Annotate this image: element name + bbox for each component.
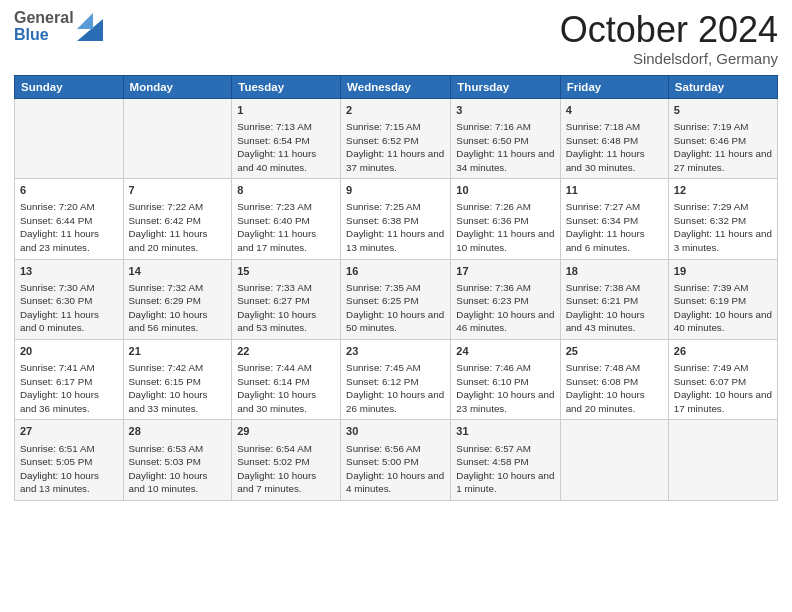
- location: Sindelsdorf, Germany: [560, 50, 778, 67]
- day-number: 21: [129, 344, 227, 359]
- calendar-cell: 19Sunrise: 7:39 AM Sunset: 6:19 PM Dayli…: [668, 259, 777, 339]
- day-number: 10: [456, 183, 554, 198]
- calendar-cell: 14Sunrise: 7:32 AM Sunset: 6:29 PM Dayli…: [123, 259, 232, 339]
- day-number: 1: [237, 103, 335, 118]
- calendar-cell: 4Sunrise: 7:18 AM Sunset: 6:48 PM Daylig…: [560, 98, 668, 178]
- day-number: 18: [566, 264, 663, 279]
- col-wednesday: Wednesday: [341, 75, 451, 98]
- day-info: Sunrise: 7:27 AM Sunset: 6:34 PM Dayligh…: [566, 200, 663, 254]
- day-info: Sunrise: 7:32 AM Sunset: 6:29 PM Dayligh…: [129, 281, 227, 335]
- day-info: Sunrise: 7:16 AM Sunset: 6:50 PM Dayligh…: [456, 120, 554, 174]
- calendar-header-row: Sunday Monday Tuesday Wednesday Thursday…: [15, 75, 778, 98]
- calendar-cell: 5Sunrise: 7:19 AM Sunset: 6:46 PM Daylig…: [668, 98, 777, 178]
- title-block: October 2024 Sindelsdorf, Germany: [560, 10, 778, 67]
- calendar-cell: 26Sunrise: 7:49 AM Sunset: 6:07 PM Dayli…: [668, 339, 777, 419]
- day-info: Sunrise: 7:13 AM Sunset: 6:54 PM Dayligh…: [237, 120, 335, 174]
- calendar-cell: 23Sunrise: 7:45 AM Sunset: 6:12 PM Dayli…: [341, 339, 451, 419]
- day-number: 11: [566, 183, 663, 198]
- day-info: Sunrise: 6:57 AM Sunset: 4:58 PM Dayligh…: [456, 442, 554, 496]
- day-number: 9: [346, 183, 445, 198]
- day-info: Sunrise: 7:41 AM Sunset: 6:17 PM Dayligh…: [20, 361, 118, 415]
- calendar-week-4: 20Sunrise: 7:41 AM Sunset: 6:17 PM Dayli…: [15, 339, 778, 419]
- day-number: 16: [346, 264, 445, 279]
- calendar-cell: 2Sunrise: 7:15 AM Sunset: 6:52 PM Daylig…: [341, 98, 451, 178]
- day-number: 26: [674, 344, 772, 359]
- calendar-cell: 27Sunrise: 6:51 AM Sunset: 5:05 PM Dayli…: [15, 420, 124, 500]
- day-number: 22: [237, 344, 335, 359]
- col-sunday: Sunday: [15, 75, 124, 98]
- day-number: 30: [346, 424, 445, 439]
- calendar-cell: 31Sunrise: 6:57 AM Sunset: 4:58 PM Dayli…: [451, 420, 560, 500]
- calendar-cell: 15Sunrise: 7:33 AM Sunset: 6:27 PM Dayli…: [232, 259, 341, 339]
- day-info: Sunrise: 7:44 AM Sunset: 6:14 PM Dayligh…: [237, 361, 335, 415]
- day-number: 6: [20, 183, 118, 198]
- day-info: Sunrise: 7:29 AM Sunset: 6:32 PM Dayligh…: [674, 200, 772, 254]
- calendar-cell: [560, 420, 668, 500]
- day-info: Sunrise: 7:49 AM Sunset: 6:07 PM Dayligh…: [674, 361, 772, 415]
- day-number: 12: [674, 183, 772, 198]
- calendar-cell: [668, 420, 777, 500]
- day-info: Sunrise: 7:33 AM Sunset: 6:27 PM Dayligh…: [237, 281, 335, 335]
- day-info: Sunrise: 7:20 AM Sunset: 6:44 PM Dayligh…: [20, 200, 118, 254]
- day-number: 2: [346, 103, 445, 118]
- calendar-cell: 11Sunrise: 7:27 AM Sunset: 6:34 PM Dayli…: [560, 179, 668, 259]
- day-number: 13: [20, 264, 118, 279]
- month-title: October 2024: [560, 10, 778, 50]
- logo: General Blue: [14, 10, 103, 44]
- calendar-cell: 10Sunrise: 7:26 AM Sunset: 6:36 PM Dayli…: [451, 179, 560, 259]
- day-info: Sunrise: 7:35 AM Sunset: 6:25 PM Dayligh…: [346, 281, 445, 335]
- calendar-cell: 24Sunrise: 7:46 AM Sunset: 6:10 PM Dayli…: [451, 339, 560, 419]
- calendar-cell: 16Sunrise: 7:35 AM Sunset: 6:25 PM Dayli…: [341, 259, 451, 339]
- day-number: 20: [20, 344, 118, 359]
- calendar-cell: 7Sunrise: 7:22 AM Sunset: 6:42 PM Daylig…: [123, 179, 232, 259]
- day-info: Sunrise: 6:53 AM Sunset: 5:03 PM Dayligh…: [129, 442, 227, 496]
- day-info: Sunrise: 7:38 AM Sunset: 6:21 PM Dayligh…: [566, 281, 663, 335]
- day-number: 14: [129, 264, 227, 279]
- col-tuesday: Tuesday: [232, 75, 341, 98]
- calendar-week-3: 13Sunrise: 7:30 AM Sunset: 6:30 PM Dayli…: [15, 259, 778, 339]
- day-info: Sunrise: 7:19 AM Sunset: 6:46 PM Dayligh…: [674, 120, 772, 174]
- logo-icon: [77, 9, 103, 41]
- page-header: General Blue October 2024 Sindelsdorf, G…: [14, 10, 778, 67]
- day-info: Sunrise: 7:45 AM Sunset: 6:12 PM Dayligh…: [346, 361, 445, 415]
- calendar-cell: 13Sunrise: 7:30 AM Sunset: 6:30 PM Dayli…: [15, 259, 124, 339]
- day-info: Sunrise: 7:48 AM Sunset: 6:08 PM Dayligh…: [566, 361, 663, 415]
- calendar-week-1: 1Sunrise: 7:13 AM Sunset: 6:54 PM Daylig…: [15, 98, 778, 178]
- day-number: 4: [566, 103, 663, 118]
- day-number: 19: [674, 264, 772, 279]
- calendar-cell: [15, 98, 124, 178]
- col-saturday: Saturday: [668, 75, 777, 98]
- calendar-table: Sunday Monday Tuesday Wednesday Thursday…: [14, 75, 778, 501]
- day-info: Sunrise: 7:36 AM Sunset: 6:23 PM Dayligh…: [456, 281, 554, 335]
- day-info: Sunrise: 7:18 AM Sunset: 6:48 PM Dayligh…: [566, 120, 663, 174]
- calendar-cell: 12Sunrise: 7:29 AM Sunset: 6:32 PM Dayli…: [668, 179, 777, 259]
- calendar-cell: 17Sunrise: 7:36 AM Sunset: 6:23 PM Dayli…: [451, 259, 560, 339]
- day-info: Sunrise: 7:25 AM Sunset: 6:38 PM Dayligh…: [346, 200, 445, 254]
- day-number: 28: [129, 424, 227, 439]
- col-monday: Monday: [123, 75, 232, 98]
- calendar-cell: 8Sunrise: 7:23 AM Sunset: 6:40 PM Daylig…: [232, 179, 341, 259]
- day-number: 3: [456, 103, 554, 118]
- day-number: 31: [456, 424, 554, 439]
- calendar-cell: [123, 98, 232, 178]
- calendar-cell: 28Sunrise: 6:53 AM Sunset: 5:03 PM Dayli…: [123, 420, 232, 500]
- svg-marker-1: [77, 13, 93, 29]
- calendar-cell: 25Sunrise: 7:48 AM Sunset: 6:08 PM Dayli…: [560, 339, 668, 419]
- day-info: Sunrise: 6:51 AM Sunset: 5:05 PM Dayligh…: [20, 442, 118, 496]
- calendar-cell: 22Sunrise: 7:44 AM Sunset: 6:14 PM Dayli…: [232, 339, 341, 419]
- calendar-cell: 30Sunrise: 6:56 AM Sunset: 5:00 PM Dayli…: [341, 420, 451, 500]
- calendar-cell: 6Sunrise: 7:20 AM Sunset: 6:44 PM Daylig…: [15, 179, 124, 259]
- calendar-week-5: 27Sunrise: 6:51 AM Sunset: 5:05 PM Dayli…: [15, 420, 778, 500]
- day-number: 25: [566, 344, 663, 359]
- col-thursday: Thursday: [451, 75, 560, 98]
- calendar-cell: 3Sunrise: 7:16 AM Sunset: 6:50 PM Daylig…: [451, 98, 560, 178]
- day-info: Sunrise: 7:30 AM Sunset: 6:30 PM Dayligh…: [20, 281, 118, 335]
- day-info: Sunrise: 7:15 AM Sunset: 6:52 PM Dayligh…: [346, 120, 445, 174]
- day-info: Sunrise: 7:42 AM Sunset: 6:15 PM Dayligh…: [129, 361, 227, 415]
- calendar-cell: 9Sunrise: 7:25 AM Sunset: 6:38 PM Daylig…: [341, 179, 451, 259]
- day-info: Sunrise: 7:46 AM Sunset: 6:10 PM Dayligh…: [456, 361, 554, 415]
- day-number: 24: [456, 344, 554, 359]
- calendar-cell: 1Sunrise: 7:13 AM Sunset: 6:54 PM Daylig…: [232, 98, 341, 178]
- calendar-cell: 18Sunrise: 7:38 AM Sunset: 6:21 PM Dayli…: [560, 259, 668, 339]
- calendar-week-2: 6Sunrise: 7:20 AM Sunset: 6:44 PM Daylig…: [15, 179, 778, 259]
